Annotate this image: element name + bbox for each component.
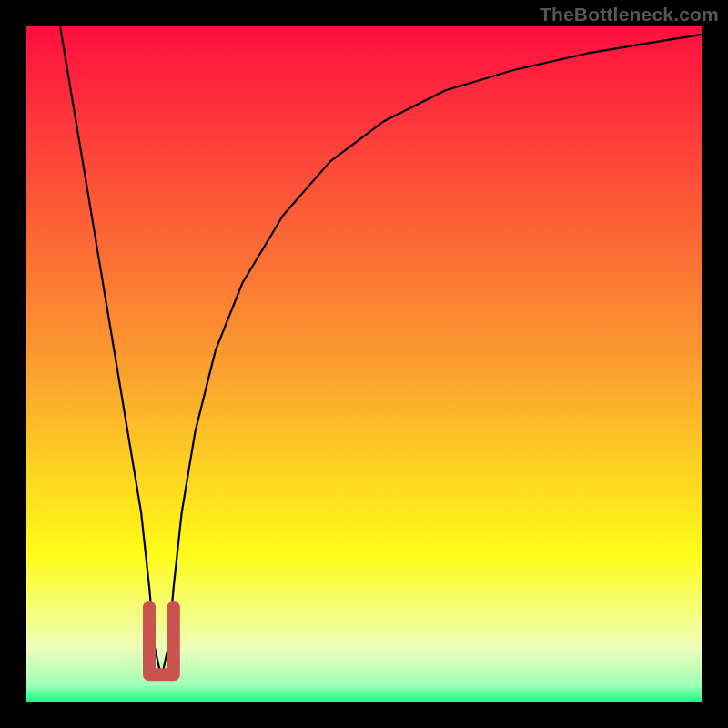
curve-path: [60, 26, 702, 678]
bottleneck-curve: [26, 26, 702, 702]
watermark-text: TheBottleneck.com: [540, 4, 719, 25]
chart-frame: TheBottleneck.com: [0, 0, 728, 728]
plot-area: [26, 26, 702, 702]
optimal-marker: [149, 607, 174, 674]
